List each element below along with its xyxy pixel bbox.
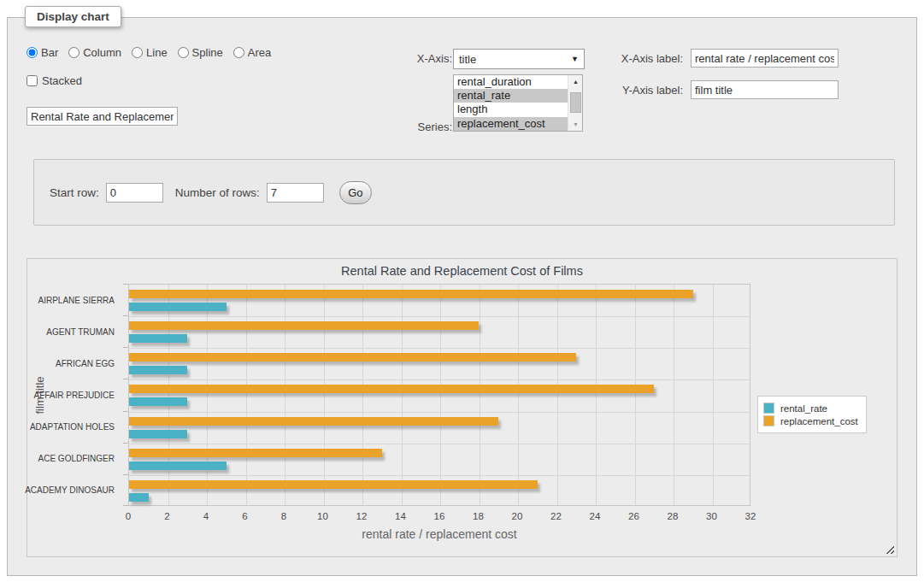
gridline-vertical [362, 285, 363, 505]
gridline-horizontal [129, 316, 750, 317]
scrollbar-down-icon[interactable]: ▼ [568, 118, 583, 131]
stacked-label: Stacked [42, 74, 82, 87]
y-category-labels: AIRPLANE SIERRAAGENT TRUMANAFRICAN EGGAF… [27, 284, 121, 506]
number-of-rows-label: Number of rows: [175, 186, 260, 199]
y-category-label: ADAPTATION HOLES [30, 422, 115, 432]
x-axis-dropdown[interactable]: title ▼ [453, 49, 585, 69]
gridline-vertical [440, 285, 441, 505]
gridline-horizontal [129, 412, 750, 413]
x-tick-label: 32 [745, 511, 756, 521]
number-of-rows-input[interactable] [267, 183, 324, 203]
x-tick-label: 24 [590, 511, 601, 521]
bar-replacement_cost [129, 321, 479, 330]
gridline-vertical [246, 285, 247, 505]
gridline-vertical [480, 285, 480, 505]
chart-type-label: Column [83, 46, 121, 59]
bar-rental_rate [129, 366, 187, 374]
bar-rental_rate [129, 303, 227, 311]
stacked-checkbox-row[interactable]: Stacked [26, 74, 82, 87]
bar-rental_rate [129, 493, 149, 502]
y-axis-label-input[interactable] [691, 80, 839, 99]
bar-rental_rate [129, 334, 187, 343]
series-option-replacement_cost[interactable]: replacement_cost [454, 117, 568, 131]
legend-label: replacement_cost [780, 416, 858, 426]
gridline-horizontal [129, 379, 750, 380]
plot-grid [128, 284, 750, 506]
legend-item-rental_rate: rental_rate [763, 403, 858, 414]
chart-type-label: Line [146, 46, 168, 59]
x-tick-label: 14 [395, 511, 406, 521]
chart-type-label: Area [248, 46, 271, 59]
x-axis-label-input[interactable] [691, 49, 839, 68]
x-tick-label: 8 [281, 511, 286, 521]
x-tick-label: 26 [628, 511, 639, 521]
gridline-vertical [635, 285, 636, 505]
x-tick-label: 30 [706, 511, 717, 521]
page: Display chart BarColumnLineSplineArea St… [0, 0, 924, 582]
bar-rental_rate [129, 461, 227, 470]
chart-type-radios: BarColumnLineSplineArea [26, 46, 271, 59]
series-options: rental_durationrental_ratelengthreplacem… [454, 75, 568, 131]
series-multiselect[interactable]: rental_durationrental_ratelengthreplacem… [453, 74, 583, 132]
gridline-horizontal [129, 475, 750, 476]
series-option-rental_duration[interactable]: rental_duration [454, 75, 568, 89]
gridline-horizontal [129, 444, 750, 444]
stacked-checkbox[interactable] [26, 75, 38, 86]
chart-type-label: Spline [192, 46, 223, 59]
gridline-vertical [713, 285, 714, 505]
x-tick-label: 22 [550, 511, 562, 521]
gridline-vertical [207, 285, 208, 505]
chart-type-radio-spline[interactable] [178, 47, 189, 58]
chart-type-label: Bar [41, 46, 58, 59]
gridline-vertical [168, 285, 169, 505]
gridline-horizontal [129, 348, 750, 349]
y-category-label: AIRPLANE SIERRA [38, 295, 115, 304]
gridline-vertical [285, 285, 285, 505]
chart-type-radio-area[interactable] [233, 47, 244, 58]
chart-type-option-bar[interactable]: Bar [26, 46, 58, 59]
y-axis-label-label: Y-Axis label: [572, 84, 683, 97]
chart-type-radio-column[interactable] [68, 47, 79, 58]
bar-rental_rate [129, 430, 187, 438]
x-tick-label: 20 [512, 511, 523, 521]
chart-type-radio-line[interactable] [132, 47, 143, 58]
x-tick-label: 6 [242, 511, 247, 521]
x-tick-label: 12 [356, 511, 368, 521]
bar-replacement_cost [129, 353, 576, 362]
bar-replacement_cost [129, 290, 693, 298]
start-row-label: Start row: [50, 186, 99, 199]
series-option-rental_rate[interactable]: rental_rate [454, 89, 568, 103]
x-tick-label: 0 [126, 511, 131, 521]
x-axis-label-label: X-Axis label: [572, 52, 683, 65]
go-button[interactable]: Go [339, 181, 372, 204]
x-axis-selected-value: title [459, 53, 476, 66]
gridline-vertical [518, 285, 519, 505]
y-category-label: AGENT TRUMAN [46, 326, 115, 336]
bar-replacement_cost [129, 417, 498, 426]
chart-container: Rental Rate and Replacement Cost of Film… [26, 258, 898, 557]
chart-title-input[interactable] [26, 107, 178, 126]
y-category-label: ACADEMY DINOSAUR [25, 485, 115, 495]
x-tick-label: 18 [473, 511, 484, 521]
series-option-length[interactable]: length [454, 103, 568, 116]
x-axis-select-label: X-Axis: [375, 52, 452, 65]
gridline-vertical [596, 285, 597, 505]
y-category-label: ACE GOLDFINGER [38, 454, 115, 463]
chart-type-option-area[interactable]: Area [233, 46, 271, 59]
bar-replacement_cost [129, 385, 654, 393]
chart-type-option-line[interactable]: Line [132, 46, 168, 59]
x-tick-label: 16 [434, 511, 445, 521]
x-tick-label: 10 [317, 511, 328, 521]
bar-replacement_cost [129, 480, 538, 489]
chart-type-option-column[interactable]: Column [68, 46, 121, 59]
legend-swatch [763, 415, 774, 426]
chart-title: Rental Rate and Replacement Cost of Film… [27, 264, 897, 278]
start-row-input[interactable] [106, 183, 163, 203]
y-category-label: AFRICAN EGG [56, 358, 115, 367]
chart-type-radio-bar[interactable] [26, 47, 38, 58]
legend-item-replacement_cost: replacement_cost [763, 415, 858, 426]
row-controls-box: Start row: Number of rows: Go [33, 159, 895, 226]
x-tick-label: 4 [203, 511, 209, 521]
chart-type-option-spline[interactable]: Spline [178, 46, 223, 59]
resize-grip-icon[interactable] [884, 544, 894, 554]
